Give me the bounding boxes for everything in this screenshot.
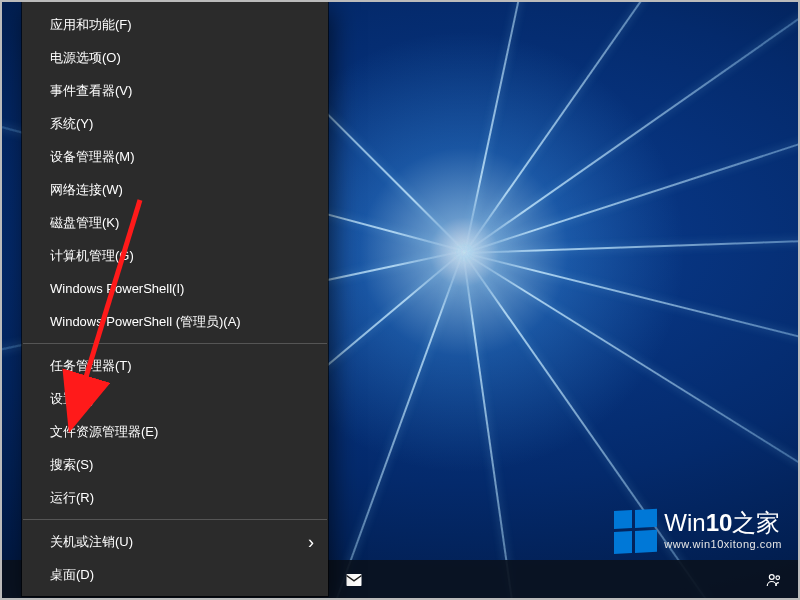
menu-item-label: Windows PowerShell (管理员)(A) [50,313,241,331]
watermark-title: Win10之家 [664,511,782,535]
menu-item-label: 网络连接(W) [50,181,123,199]
menu-item-label: 设置(N) [50,390,94,408]
menu-item-computer-management[interactable]: 计算机管理(G) [22,239,328,272]
menu-item-label: 事件查看器(V) [50,82,132,100]
menu-separator [23,343,327,344]
menu-item-apps-features[interactable]: 应用和功能(F) [22,8,328,41]
menu-item-label: 应用和功能(F) [50,16,132,34]
menu-item-label: 任务管理器(T) [50,357,132,375]
menu-item-label: Windows PowerShell(I) [50,281,184,296]
taskbar-people-button[interactable] [754,560,794,600]
menu-item-label: 文件资源管理器(E) [50,423,158,441]
menu-item-label: 搜索(S) [50,456,93,474]
menu-item-device-manager[interactable]: 设备管理器(M) [22,140,328,173]
menu-item-settings[interactable]: 设置(N) [22,382,328,415]
menu-item-network-connections[interactable]: 网络连接(W) [22,173,328,206]
menu-item-label: 电源选项(O) [50,49,121,67]
menu-item-label: 系统(Y) [50,115,93,133]
people-icon [765,571,783,589]
svg-point-2 [776,576,780,580]
menu-item-label: 运行(R) [50,489,94,507]
watermark: Win10之家 www.win10xitong.com [614,510,782,550]
menu-item-label: 桌面(D) [50,566,94,584]
menu-item-label: 计算机管理(G) [50,247,134,265]
menu-item-run[interactable]: 运行(R) [22,481,328,514]
menu-item-shutdown-signout[interactable]: 关机或注销(U)› [22,525,328,558]
menu-item-event-viewer[interactable]: 事件查看器(V) [22,74,328,107]
menu-item-label: 设备管理器(M) [50,148,135,166]
menu-item-label: 关机或注销(U) [50,533,133,551]
menu-separator [23,519,327,520]
winx-context-menu: 应用和功能(F)电源选项(O)事件查看器(V)系统(Y)设备管理器(M)网络连接… [22,2,328,596]
menu-item-label: 磁盘管理(K) [50,214,119,232]
menu-item-powershell-admin[interactable]: Windows PowerShell (管理员)(A) [22,305,328,338]
svg-point-1 [769,575,774,580]
windows-logo-icon [614,509,654,551]
menu-item-desktop[interactable]: 桌面(D) [22,558,328,591]
chevron-right-icon: › [308,531,314,552]
taskbar-mail-button[interactable] [330,560,378,600]
mail-icon [345,571,363,589]
menu-item-file-explorer[interactable]: 文件资源管理器(E) [22,415,328,448]
menu-item-system[interactable]: 系统(Y) [22,107,328,140]
watermark-url: www.win10xitong.com [664,539,782,550]
menu-item-task-manager[interactable]: 任务管理器(T) [22,349,328,382]
menu-item-disk-management[interactable]: 磁盘管理(K) [22,206,328,239]
menu-item-power-options[interactable]: 电源选项(O) [22,41,328,74]
menu-item-powershell[interactable]: Windows PowerShell(I) [22,272,328,305]
menu-item-search[interactable]: 搜索(S) [22,448,328,481]
